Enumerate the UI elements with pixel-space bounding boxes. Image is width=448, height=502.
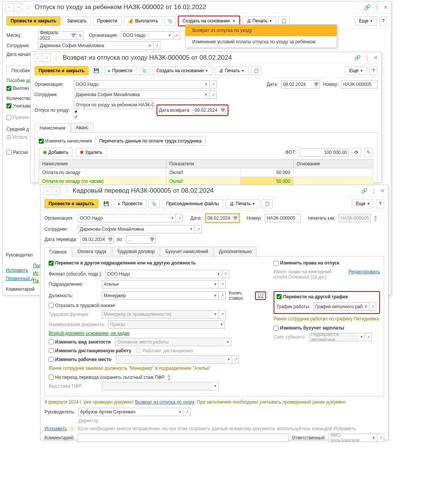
org-dd[interactable]: ▼: [203, 80, 210, 89]
star-icon[interactable]: ☆: [25, 3, 32, 11]
del-button[interactable]: ✖ Удалить: [76, 148, 107, 157]
attach-button[interactable]: 📎: [139, 66, 150, 75]
ruk-input[interactable]: Арбузов Артем Сергеевич: [78, 408, 177, 416]
post-button[interactable]: ▸ Провести: [104, 66, 136, 75]
leave-ext[interactable]: ↗: [74, 114, 154, 120]
chk-change-nach[interactable]: Изменить начисления: [39, 138, 92, 144]
edit-button[interactable]: ✎: [364, 148, 373, 157]
fot-input[interactable]: 100 000,00: [299, 148, 349, 157]
nav-fwd[interactable]: →: [14, 3, 22, 11]
tab-contract[interactable]: Трудовой договор: [112, 247, 160, 256]
post-close-button[interactable]: Провести и закрыть: [44, 199, 98, 208]
org-ext[interactable]: ↗: [210, 80, 217, 89]
pos-input[interactable]: Менеджер: [102, 291, 212, 300]
acc-dd[interactable]: ▼: [358, 333, 365, 341]
star-icon[interactable]: ☆: [54, 54, 60, 62]
qty-link[interactable]: 1/2: [257, 293, 264, 298]
files-button[interactable]: Присоединенные файлы: [162, 199, 223, 208]
menu-return-from-leave[interactable]: Возврат из отпуска по уходу: [185, 25, 337, 36]
more-button[interactable]: Еще ▼: [355, 16, 377, 25]
attach-button[interactable]: 📎: [149, 199, 160, 208]
leave-dd[interactable]: ▼: [74, 109, 154, 114]
print-button[interactable]: 🖨 Печать ▼: [225, 199, 259, 208]
sched-dd[interactable]: ▼: [363, 302, 369, 311]
printas-help[interactable]: ?: [374, 215, 377, 221]
cal-icon[interactable]: 📅: [313, 80, 320, 89]
table-row[interactable]: Оплата по окладу Оклад 50 000: [39, 168, 373, 177]
more-icon[interactable]: ⋮: [371, 188, 377, 194]
dep-input[interactable]: Ателье: [102, 280, 212, 288]
fil-ext[interactable]: ↗: [222, 270, 229, 278]
already-link[interactable]: Возврат из отпуска по уходу: [135, 399, 194, 405]
ruk-ext[interactable]: ↗: [184, 408, 191, 416]
org-input[interactable]: ООО Надо: [74, 80, 203, 89]
chk-emptype[interactable]: Изменить вид занятости: [49, 339, 111, 345]
resp-ext[interactable]: ↗: [377, 434, 384, 442]
pay-checkbox[interactable]: Выплач: [6, 86, 29, 91]
comm-input[interactable]: [78, 434, 289, 442]
printas-input[interactable]: НАЗК-000005: [339, 214, 371, 222]
chk-vac-rights[interactable]: Изменить права на отпуск: [274, 260, 339, 266]
post-close-button[interactable]: Провести и закрыть: [6, 16, 60, 25]
tab-extra[interactable]: Дополнительно: [214, 247, 256, 256]
dep-dd[interactable]: ▼: [212, 280, 219, 288]
help-button[interactable]: ?: [369, 66, 377, 75]
tab-main[interactable]: Главное: [44, 247, 72, 257]
nav-back[interactable]: ←: [44, 187, 52, 195]
close-icon[interactable]: ✕: [380, 188, 385, 194]
copy-button[interactable]: 📋: [262, 199, 273, 208]
save-button[interactable]: 💾: [101, 199, 112, 208]
attach-button[interactable]: 📎: [165, 16, 176, 25]
emp-input[interactable]: Даринова София Михайловна: [74, 90, 203, 99]
emp-input[interactable]: Даринова София Михайловна: [78, 225, 188, 233]
workplace-ext[interactable]: ↗: [232, 355, 239, 364]
resp-dd[interactable]: ▼: [370, 434, 377, 442]
chk-sched[interactable]: Перевести на другой график: [277, 294, 348, 299]
save-button[interactable]: 💾: [91, 66, 102, 75]
month-input[interactable]: Февраль 2022: [38, 31, 70, 40]
num-input[interactable]: НАЗК-000005: [341, 80, 377, 89]
reread-button[interactable]: Перечитать данные по оплате труда сотруд…: [95, 136, 206, 146]
nav-back[interactable]: ←: [34, 54, 42, 62]
emp-dd[interactable]: ▼: [188, 225, 195, 233]
workplace-dd[interactable]: ▼: [225, 355, 232, 364]
post-button[interactable]: ▸ Провести: [114, 199, 146, 208]
dep-ext[interactable]: ↗: [219, 280, 226, 288]
uch-checkbox[interactable]: Учитыва: [6, 103, 31, 109]
fil-input[interactable]: ООО Надо: [105, 270, 215, 278]
to-cal[interactable]: 📅: [149, 235, 156, 244]
docname-dd[interactable]: ▼: [218, 320, 225, 329]
resp-input[interactable]: ФИО пользователя: [329, 434, 370, 442]
copy-button[interactable]: 📋: [251, 66, 262, 75]
print-button[interactable]: 🖨 Печать ▼: [215, 66, 249, 75]
chk-transfer[interactable]: Перевести в другое подразделение или на …: [49, 260, 196, 266]
ret-cal-icon[interactable]: 📅: [219, 106, 226, 114]
leave-input[interactable]: Отпуск по уходу за ребенком НАЗК-0000: [74, 101, 154, 109]
post-button[interactable]: Провести: [93, 16, 122, 25]
chk-acc[interactable]: Изменить бухучет зарплаты: [274, 325, 380, 331]
emptype-dd[interactable]: ▼: [225, 338, 231, 346]
emp-ext[interactable]: ↗: [154, 41, 160, 50]
create-based-button[interactable]: Создать на основании ▼: [152, 66, 212, 75]
chk-pfr[interactable]: На период перевода сохранять льготный ст…: [49, 375, 165, 380]
more-button[interactable]: Еще ▼: [345, 66, 367, 75]
emp-dd[interactable]: ▼: [203, 90, 210, 99]
chk-remote[interactable]: Изменить дистанционную работу: [49, 348, 131, 353]
pos-dd[interactable]: ▼: [212, 291, 219, 300]
ruk-dd[interactable]: ▼: [177, 408, 184, 416]
org-input[interactable]: ООО Надо: [121, 31, 166, 40]
nav-fwd[interactable]: →: [42, 54, 51, 62]
tab-accounting[interactable]: Бухучет начислений: [160, 247, 213, 256]
nav-back[interactable]: ←: [6, 3, 14, 11]
tdate-cal[interactable]: 📅: [107, 235, 114, 244]
tab-pay[interactable]: Оплата труда: [73, 247, 111, 256]
org-dd[interactable]: ▼: [166, 31, 173, 40]
sched-input[interactable]: График неполного рабочего: [313, 302, 363, 311]
chk-workplace[interactable]: Изменить рабочее место: [49, 357, 111, 362]
num-input[interactable]: НАЗК-000005: [265, 214, 301, 222]
emp-ext[interactable]: ↗: [195, 225, 202, 233]
refresh-button[interactable]: ⟳: [352, 148, 361, 157]
org-ext[interactable]: ↗: [173, 31, 180, 40]
link-icon[interactable]: 🔗: [354, 55, 361, 61]
pay-button[interactable]: 💰Выплатить: [124, 16, 163, 25]
